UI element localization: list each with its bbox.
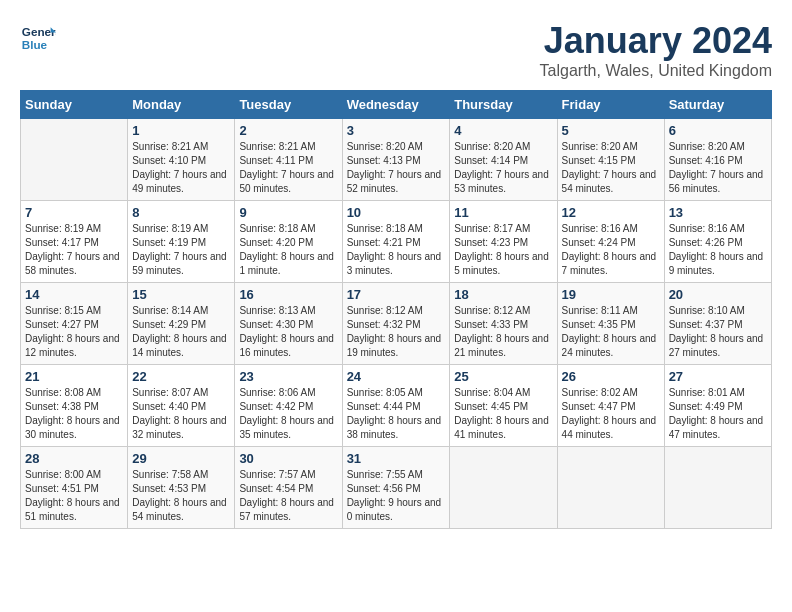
day-info: Sunrise: 8:04 AM Sunset: 4:45 PM Dayligh… xyxy=(454,386,552,442)
calendar-cell xyxy=(664,447,771,529)
day-info: Sunrise: 8:19 AM Sunset: 4:17 PM Dayligh… xyxy=(25,222,123,278)
day-number: 6 xyxy=(669,123,767,138)
day-number: 15 xyxy=(132,287,230,302)
calendar-table: SundayMondayTuesdayWednesdayThursdayFrid… xyxy=(20,90,772,529)
header-row: SundayMondayTuesdayWednesdayThursdayFrid… xyxy=(21,91,772,119)
day-number: 20 xyxy=(669,287,767,302)
svg-text:Blue: Blue xyxy=(22,38,48,51)
day-info: Sunrise: 8:14 AM Sunset: 4:29 PM Dayligh… xyxy=(132,304,230,360)
calendar-cell: 7Sunrise: 8:19 AM Sunset: 4:17 PM Daylig… xyxy=(21,201,128,283)
page-header: General Blue January 2024 Talgarth, Wale… xyxy=(20,20,772,80)
calendar-cell: 4Sunrise: 8:20 AM Sunset: 4:14 PM Daylig… xyxy=(450,119,557,201)
day-info: Sunrise: 8:20 AM Sunset: 4:14 PM Dayligh… xyxy=(454,140,552,196)
day-number: 11 xyxy=(454,205,552,220)
day-number: 4 xyxy=(454,123,552,138)
calendar-cell: 15Sunrise: 8:14 AM Sunset: 4:29 PM Dayli… xyxy=(128,283,235,365)
calendar-cell: 18Sunrise: 8:12 AM Sunset: 4:33 PM Dayli… xyxy=(450,283,557,365)
day-info: Sunrise: 8:06 AM Sunset: 4:42 PM Dayligh… xyxy=(239,386,337,442)
day-number: 12 xyxy=(562,205,660,220)
day-info: Sunrise: 8:12 AM Sunset: 4:32 PM Dayligh… xyxy=(347,304,446,360)
calendar-cell: 22Sunrise: 8:07 AM Sunset: 4:40 PM Dayli… xyxy=(128,365,235,447)
day-info: Sunrise: 8:20 AM Sunset: 4:16 PM Dayligh… xyxy=(669,140,767,196)
calendar-cell: 19Sunrise: 8:11 AM Sunset: 4:35 PM Dayli… xyxy=(557,283,664,365)
week-row-2: 7Sunrise: 8:19 AM Sunset: 4:17 PM Daylig… xyxy=(21,201,772,283)
calendar-cell xyxy=(21,119,128,201)
day-number: 13 xyxy=(669,205,767,220)
day-number: 26 xyxy=(562,369,660,384)
day-info: Sunrise: 8:19 AM Sunset: 4:19 PM Dayligh… xyxy=(132,222,230,278)
day-number: 10 xyxy=(347,205,446,220)
calendar-cell: 30Sunrise: 7:57 AM Sunset: 4:54 PM Dayli… xyxy=(235,447,342,529)
day-info: Sunrise: 7:57 AM Sunset: 4:54 PM Dayligh… xyxy=(239,468,337,524)
day-header-sunday: Sunday xyxy=(21,91,128,119)
calendar-cell: 10Sunrise: 8:18 AM Sunset: 4:21 PM Dayli… xyxy=(342,201,450,283)
calendar-cell: 8Sunrise: 8:19 AM Sunset: 4:19 PM Daylig… xyxy=(128,201,235,283)
week-row-5: 28Sunrise: 8:00 AM Sunset: 4:51 PM Dayli… xyxy=(21,447,772,529)
day-info: Sunrise: 8:10 AM Sunset: 4:37 PM Dayligh… xyxy=(669,304,767,360)
day-info: Sunrise: 8:16 AM Sunset: 4:24 PM Dayligh… xyxy=(562,222,660,278)
calendar-cell: 29Sunrise: 7:58 AM Sunset: 4:53 PM Dayli… xyxy=(128,447,235,529)
calendar-cell: 14Sunrise: 8:15 AM Sunset: 4:27 PM Dayli… xyxy=(21,283,128,365)
logo: General Blue xyxy=(20,20,56,56)
day-number: 29 xyxy=(132,451,230,466)
calendar-cell: 12Sunrise: 8:16 AM Sunset: 4:24 PM Dayli… xyxy=(557,201,664,283)
day-number: 24 xyxy=(347,369,446,384)
day-info: Sunrise: 8:18 AM Sunset: 4:21 PM Dayligh… xyxy=(347,222,446,278)
day-number: 18 xyxy=(454,287,552,302)
day-info: Sunrise: 8:05 AM Sunset: 4:44 PM Dayligh… xyxy=(347,386,446,442)
week-row-1: 1Sunrise: 8:21 AM Sunset: 4:10 PM Daylig… xyxy=(21,119,772,201)
day-info: Sunrise: 8:15 AM Sunset: 4:27 PM Dayligh… xyxy=(25,304,123,360)
week-row-4: 21Sunrise: 8:08 AM Sunset: 4:38 PM Dayli… xyxy=(21,365,772,447)
day-info: Sunrise: 8:12 AM Sunset: 4:33 PM Dayligh… xyxy=(454,304,552,360)
day-number: 1 xyxy=(132,123,230,138)
day-number: 8 xyxy=(132,205,230,220)
day-number: 14 xyxy=(25,287,123,302)
calendar-cell: 16Sunrise: 8:13 AM Sunset: 4:30 PM Dayli… xyxy=(235,283,342,365)
day-header-tuesday: Tuesday xyxy=(235,91,342,119)
title-block: January 2024 Talgarth, Wales, United Kin… xyxy=(540,20,772,80)
day-number: 2 xyxy=(239,123,337,138)
day-info: Sunrise: 8:11 AM Sunset: 4:35 PM Dayligh… xyxy=(562,304,660,360)
day-info: Sunrise: 8:16 AM Sunset: 4:26 PM Dayligh… xyxy=(669,222,767,278)
day-info: Sunrise: 8:18 AM Sunset: 4:20 PM Dayligh… xyxy=(239,222,337,278)
calendar-cell: 26Sunrise: 8:02 AM Sunset: 4:47 PM Dayli… xyxy=(557,365,664,447)
calendar-cell: 1Sunrise: 8:21 AM Sunset: 4:10 PM Daylig… xyxy=(128,119,235,201)
day-number: 16 xyxy=(239,287,337,302)
calendar-cell: 5Sunrise: 8:20 AM Sunset: 4:15 PM Daylig… xyxy=(557,119,664,201)
calendar-cell: 20Sunrise: 8:10 AM Sunset: 4:37 PM Dayli… xyxy=(664,283,771,365)
day-info: Sunrise: 8:00 AM Sunset: 4:51 PM Dayligh… xyxy=(25,468,123,524)
day-header-monday: Monday xyxy=(128,91,235,119)
day-number: 7 xyxy=(25,205,123,220)
week-row-3: 14Sunrise: 8:15 AM Sunset: 4:27 PM Dayli… xyxy=(21,283,772,365)
day-number: 23 xyxy=(239,369,337,384)
day-info: Sunrise: 8:17 AM Sunset: 4:23 PM Dayligh… xyxy=(454,222,552,278)
calendar-cell: 24Sunrise: 8:05 AM Sunset: 4:44 PM Dayli… xyxy=(342,365,450,447)
day-number: 5 xyxy=(562,123,660,138)
day-number: 27 xyxy=(669,369,767,384)
calendar-cell: 17Sunrise: 8:12 AM Sunset: 4:32 PM Dayli… xyxy=(342,283,450,365)
calendar-cell: 27Sunrise: 8:01 AM Sunset: 4:49 PM Dayli… xyxy=(664,365,771,447)
day-header-thursday: Thursday xyxy=(450,91,557,119)
day-number: 28 xyxy=(25,451,123,466)
day-number: 22 xyxy=(132,369,230,384)
calendar-cell: 2Sunrise: 8:21 AM Sunset: 4:11 PM Daylig… xyxy=(235,119,342,201)
day-header-friday: Friday xyxy=(557,91,664,119)
location: Talgarth, Wales, United Kingdom xyxy=(540,62,772,80)
calendar-cell: 11Sunrise: 8:17 AM Sunset: 4:23 PM Dayli… xyxy=(450,201,557,283)
day-info: Sunrise: 7:55 AM Sunset: 4:56 PM Dayligh… xyxy=(347,468,446,524)
day-number: 25 xyxy=(454,369,552,384)
logo-icon: General Blue xyxy=(20,20,56,56)
day-number: 3 xyxy=(347,123,446,138)
day-number: 9 xyxy=(239,205,337,220)
day-info: Sunrise: 8:07 AM Sunset: 4:40 PM Dayligh… xyxy=(132,386,230,442)
calendar-cell: 9Sunrise: 8:18 AM Sunset: 4:20 PM Daylig… xyxy=(235,201,342,283)
calendar-cell: 21Sunrise: 8:08 AM Sunset: 4:38 PM Dayli… xyxy=(21,365,128,447)
day-info: Sunrise: 8:01 AM Sunset: 4:49 PM Dayligh… xyxy=(669,386,767,442)
calendar-cell: 28Sunrise: 8:00 AM Sunset: 4:51 PM Dayli… xyxy=(21,447,128,529)
calendar-cell: 6Sunrise: 8:20 AM Sunset: 4:16 PM Daylig… xyxy=(664,119,771,201)
day-header-wednesday: Wednesday xyxy=(342,91,450,119)
day-info: Sunrise: 8:20 AM Sunset: 4:13 PM Dayligh… xyxy=(347,140,446,196)
calendar-cell: 31Sunrise: 7:55 AM Sunset: 4:56 PM Dayli… xyxy=(342,447,450,529)
day-number: 17 xyxy=(347,287,446,302)
day-number: 30 xyxy=(239,451,337,466)
